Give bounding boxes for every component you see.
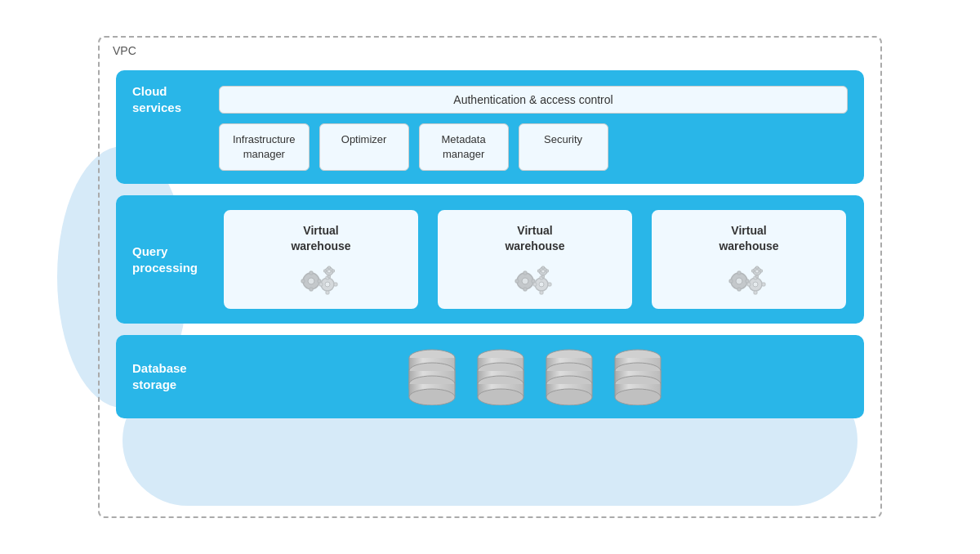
svg-rect-16 (324, 270, 327, 272)
svg-rect-29 (548, 283, 551, 286)
vpc-box: VPC Cloudservices Authentication & acces… (98, 36, 882, 518)
db-icon-4 (613, 348, 662, 405)
svg-rect-40 (729, 279, 733, 283)
svg-rect-32 (542, 266, 545, 269)
service-box-optimizer: Optimizer (319, 123, 409, 171)
svg-point-49 (755, 270, 759, 273)
svg-rect-15 (328, 275, 331, 278)
svg-point-19 (522, 278, 528, 284)
svg-rect-14 (328, 266, 331, 269)
svg-rect-27 (540, 291, 543, 294)
svg-rect-4 (301, 279, 305, 283)
warehouse-box-3: Virtualwarehouse (650, 208, 848, 310)
cylinder-svg-3 (545, 348, 594, 405)
warehouse-label-2: Virtualwarehouse (505, 223, 564, 252)
cloud-services-layer: Cloudservices Authentication & access co… (116, 70, 864, 184)
diagram-container: VPC Cloudservices Authentication & acces… (41, 24, 939, 530)
svg-rect-35 (546, 270, 549, 272)
svg-rect-5 (318, 279, 321, 283)
svg-rect-23 (532, 279, 535, 283)
databases-container (222, 348, 848, 405)
cloud-services-bottom: Infrastructuremanager Optimizer Metadata… (219, 123, 848, 171)
svg-rect-22 (515, 279, 519, 283)
warehouses-container: Virtualwarehouse (222, 208, 848, 310)
warehouse-box-2: Virtualwarehouse (436, 208, 634, 310)
svg-rect-53 (760, 270, 763, 272)
svg-rect-34 (538, 270, 541, 272)
svg-point-7 (325, 282, 330, 287)
svg-rect-39 (737, 288, 741, 291)
svg-point-105 (615, 389, 661, 405)
layers-container: Cloudservices Authentication & access co… (116, 70, 864, 492)
cylinder-svg-1 (408, 348, 457, 405)
vpc-label: VPC (113, 44, 136, 57)
warehouse-box-1: Virtualwarehouse (222, 208, 420, 310)
svg-point-31 (541, 270, 545, 273)
svg-rect-3 (310, 288, 313, 291)
svg-point-79 (478, 389, 523, 405)
svg-rect-51 (756, 275, 759, 278)
warehouse-label-1: Virtualwarehouse (291, 223, 350, 252)
svg-rect-17 (332, 270, 335, 272)
warehouse-label-3: Virtualwarehouse (719, 223, 778, 252)
service-box-security: Security (519, 123, 608, 171)
db-icon-3 (545, 348, 594, 405)
database-storage-layer: Databasestorage (116, 335, 864, 418)
svg-rect-9 (326, 291, 329, 294)
svg-rect-33 (542, 275, 545, 278)
database-storage-label: Databasestorage (132, 360, 206, 392)
svg-rect-28 (533, 283, 537, 286)
svg-rect-52 (752, 270, 755, 272)
svg-point-92 (546, 389, 592, 405)
db-icon-2 (476, 348, 525, 405)
service-box-infra: Infrastructuremanager (219, 123, 310, 171)
svg-rect-45 (754, 291, 757, 294)
svg-rect-50 (756, 266, 759, 269)
cylinder-svg-2 (476, 348, 525, 405)
svg-point-25 (539, 282, 544, 287)
svg-rect-2 (310, 271, 313, 275)
query-processing-label: Queryprocessing (132, 243, 206, 275)
svg-rect-21 (523, 288, 527, 291)
svg-rect-38 (737, 271, 741, 275)
gears-icon-3 (726, 260, 772, 296)
cloud-services-label: Cloudservices (132, 83, 206, 115)
svg-point-1 (308, 278, 314, 284)
db-icon-1 (408, 348, 457, 405)
svg-point-66 (409, 389, 455, 405)
service-box-metadata: Metadatamanager (419, 123, 509, 171)
auth-bar: Authentication & access control (219, 86, 848, 114)
cloud-services-top: Cloudservices Authentication & access co… (132, 83, 848, 115)
gears-icon-2 (512, 260, 558, 296)
svg-point-37 (736, 278, 742, 284)
svg-rect-20 (523, 271, 527, 275)
svg-rect-47 (762, 283, 765, 286)
gears-icon-1 (298, 260, 344, 296)
query-processing-layer: Queryprocessing Virtualwarehouse (116, 195, 864, 323)
svg-point-13 (327, 270, 331, 273)
svg-rect-10 (319, 283, 323, 286)
svg-rect-11 (334, 283, 337, 286)
svg-point-43 (753, 282, 758, 287)
svg-rect-46 (747, 283, 751, 286)
svg-rect-41 (746, 279, 749, 283)
cylinder-svg-4 (613, 348, 662, 405)
